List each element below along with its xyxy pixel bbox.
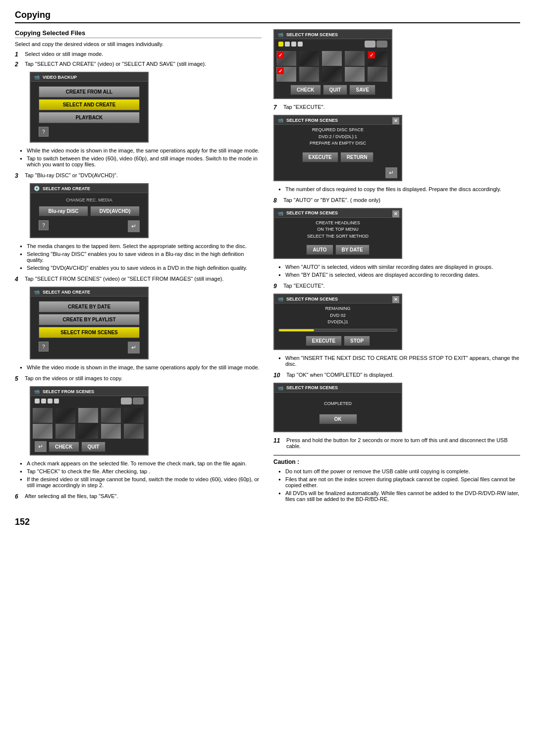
auto-info: CREATE HEADLINES ON THE TOP MENU SELECT …	[274, 218, 401, 242]
close-btn-auto[interactable]: ✕	[392, 210, 399, 217]
save-btn-6[interactable]: SAVE	[349, 85, 375, 95]
select-and-create-btn[interactable]: SELECT AND CREATE	[39, 99, 140, 110]
step-1: 1 Select video or still image mode.	[15, 51, 262, 58]
remaining-info: REMAINING DVD 02 DVD(DL)1	[274, 303, 401, 328]
check-btn-5[interactable]: CHECK	[49, 442, 79, 452]
help-icon-2[interactable]: ?	[39, 220, 49, 230]
thumb-c8[interactable]	[322, 67, 342, 82]
screen-remaining: 📹 SELECT FROM SCENES ✕ REMAINING DVD 02 …	[273, 294, 402, 350]
auto-btn[interactable]: AUTO	[306, 245, 333, 255]
thumb-2[interactable]	[55, 408, 75, 423]
thumb-c1[interactable]: ✓	[276, 51, 296, 66]
bullet-4-1: While the video mode is shown in the ima…	[20, 364, 262, 370]
caution-1: Do not turn off the power or remove the …	[278, 468, 520, 474]
thumb-9[interactable]	[101, 424, 121, 439]
back-btn[interactable]: ↵	[35, 441, 47, 452]
ok-btn[interactable]: OK	[319, 414, 357, 424]
thumb-5[interactable]	[124, 408, 144, 423]
execute-btn-2[interactable]: EXECUTE	[306, 336, 342, 346]
thumb-4[interactable]	[101, 408, 121, 423]
scenes-6-btn-row: CHECK QUIT SAVE	[274, 82, 391, 98]
thumb-c7[interactable]	[299, 67, 319, 82]
thumb-c6[interactable]: ✓	[276, 67, 296, 82]
bullets-step7: The number of discs required to copy the…	[278, 186, 520, 192]
page-header: Copying	[15, 10, 520, 23]
disc-btn-row: Blu-ray DISC DVD(AVCHD)	[35, 204, 144, 218]
thumb-1[interactable]	[33, 408, 53, 423]
video-icon-6: 📹	[277, 210, 283, 216]
thumb-8[interactable]	[78, 424, 98, 439]
screen-titlebar-scenes-6: 📹 SELECT FROM SCENES	[274, 30, 391, 39]
bullet-3-1: The media changes to the tapped item. Se…	[20, 243, 262, 249]
caution-2: Files that are not on the index screen d…	[278, 476, 520, 488]
screen-video-backup: 📹 VIDEO BACKUP CREATE FROM ALL SELECT AN…	[30, 72, 149, 143]
nav-btn-right[interactable]	[133, 398, 144, 404]
disc-icon: 💿	[34, 186, 40, 191]
caution-title: Caution :	[273, 458, 520, 465]
select-from-scenes-btn[interactable]: SELECT FROM SCENES	[39, 327, 140, 338]
dvd-avchd-btn[interactable]: DVD(AVCHD)	[90, 206, 140, 216]
thumb-c2[interactable]	[299, 51, 319, 66]
dot-active	[278, 42, 283, 47]
return-icon-2[interactable]: ↵	[128, 342, 140, 353]
bullet-2-2: Tap to switch between the video (60i), v…	[20, 155, 262, 167]
caution-bullets: Do not turn off the power or remove the …	[278, 468, 520, 502]
bullets-step9: When "INSERT THE NEXT DISC TO CREATE OR …	[278, 355, 520, 367]
thumb-c3[interactable]	[322, 51, 342, 66]
bullet-9-1: When "INSERT THE NEXT DISC TO CREATE OR …	[278, 355, 520, 367]
bydate-btn[interactable]: BY DATE	[335, 245, 370, 255]
bluray-disc-btn[interactable]: Blu-ray DISC	[39, 206, 88, 216]
return-icon[interactable]: ↵	[128, 220, 140, 232]
thumb-6[interactable]	[33, 424, 53, 439]
nav-btn-l[interactable]	[365, 41, 375, 48]
create-from-all-btn[interactable]: CREATE FROM ALL	[39, 86, 140, 98]
caution-3: All DVDs will be finalized automatically…	[278, 490, 520, 502]
dot4	[54, 399, 59, 403]
quit-btn-6[interactable]: QUIT	[323, 85, 348, 95]
thumb-c9[interactable]	[345, 67, 365, 82]
step-7: 7 Tap "EXECUTE".	[273, 104, 520, 111]
thumb-grid-6: ✓ ✓ ✓	[274, 49, 391, 82]
screen-titlebar-execute: 📹 SELECT FROM SCENES	[274, 116, 401, 125]
return-btn[interactable]: RETURN	[340, 152, 374, 162]
help-icon-3[interactable]: ?	[39, 342, 49, 352]
help-icon[interactable]: ?	[39, 127, 49, 137]
step-2: 2 Tap "SELECT AND CREATE" (video) or "SE…	[15, 61, 262, 68]
page: Copying Copying Selected Files Select an…	[0, 0, 535, 537]
video-icon-2: 📹	[34, 289, 40, 295]
page-number: 152	[15, 517, 520, 527]
dot1	[35, 399, 40, 403]
thumb-3[interactable]	[78, 408, 98, 423]
thumb-c10[interactable]	[368, 67, 387, 82]
bullets-step2: While the video mode is shown in the ima…	[20, 148, 262, 167]
execute-info: REQUIRED DISC SPACE DVD:2 / DVD(DL):1 PR…	[274, 125, 401, 149]
thumb-c4[interactable]	[345, 51, 365, 66]
bullets-step5: A check mark appears on the selected fil…	[20, 460, 262, 488]
close-btn-execute[interactable]: ✕	[392, 117, 399, 124]
nav-btn-left[interactable]	[121, 398, 132, 404]
step-6: 6 After selecting all the files, tap "SA…	[15, 493, 262, 500]
video-icon-7: 📹	[277, 296, 283, 302]
progress-bar	[274, 328, 401, 333]
create-by-playlist-btn[interactable]: CREATE BY PLAYLIST	[39, 314, 140, 325]
bullet-2-1: While the video mode is shown in the ima…	[20, 148, 262, 153]
quit-btn-5[interactable]: QUIT	[81, 442, 106, 452]
bullets-step8: When "AUTO" is selected, videos with sim…	[278, 264, 520, 278]
thumb-10[interactable]	[124, 424, 144, 439]
step-9: 9 Tap "EXECUTE".	[273, 283, 520, 290]
section-title: Copying Selected Files	[15, 29, 262, 38]
stop-btn[interactable]: STOP	[344, 336, 370, 346]
playback-btn[interactable]: PLAYBACK	[39, 112, 140, 123]
left-column: Copying Selected Files Select and copy t…	[15, 29, 262, 507]
nav-btn-r[interactable]	[376, 41, 387, 48]
execute-btn[interactable]: EXECUTE	[302, 152, 338, 162]
check-btn-6[interactable]: CHECK	[290, 85, 321, 95]
dot-f1	[285, 42, 290, 47]
create-by-date-btn[interactable]: CREATE BY DATE	[39, 301, 140, 312]
thumb-7[interactable]	[55, 424, 75, 439]
step-10: 10 Tap "OK" when "COMPLETED" is displaye…	[273, 372, 520, 379]
auto-btn-row: AUTO BY DATE	[274, 242, 401, 258]
back-btn-execute[interactable]: ↵	[385, 167, 397, 178]
close-btn-remaining[interactable]: ✕	[392, 296, 399, 303]
thumb-c5[interactable]: ✓	[368, 51, 387, 66]
